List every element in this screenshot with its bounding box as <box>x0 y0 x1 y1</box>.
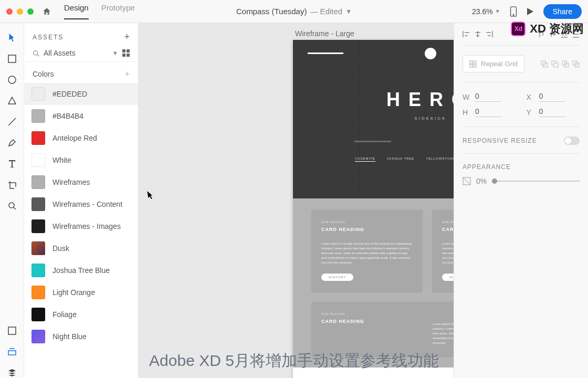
svg-rect-6 <box>8 351 16 355</box>
color-item[interactable]: Wireframes <box>24 171 138 193</box>
color-item[interactable]: Light Orange <box>24 281 138 303</box>
hero-line-left <box>308 52 343 54</box>
color-item[interactable]: Wireframes - Content <box>24 193 138 215</box>
card-button: HISTORY <box>321 274 353 281</box>
layers-panel-icon[interactable] <box>7 346 17 357</box>
exclude-icon[interactable] <box>572 60 580 68</box>
tab-prototype[interactable]: Prototype <box>101 3 135 19</box>
repeat-grid-button[interactable]: Repeat Grid <box>463 55 524 72</box>
chevron-down-icon: ▼ <box>495 8 500 14</box>
document-title[interactable]: Compass (Tuesday) — Edited ▼ <box>236 7 352 16</box>
hero-nav-item: JOSHUA TREE <box>387 157 415 162</box>
tab-design[interactable]: Design <box>64 3 89 19</box>
artboard-label[interactable]: Wireframe - Large <box>295 29 354 38</box>
hero-title: HERO <box>386 89 454 111</box>
assets-panel: ASSETS + All Assets ▼ Colors + #EDEDED#B… <box>24 23 139 378</box>
color-item[interactable]: Wireframes - Images <box>24 215 138 237</box>
color-item[interactable]: Night Blue <box>24 326 138 348</box>
colors-section-title: Colors <box>33 70 54 78</box>
intersect-icon[interactable] <box>562 60 569 68</box>
home-icon[interactable] <box>42 7 51 16</box>
color-swatch <box>32 153 45 167</box>
opacity-icon <box>463 177 471 185</box>
close-window-button[interactable] <box>6 8 13 15</box>
color-item[interactable]: Dusk <box>24 237 138 259</box>
polygon-tool-icon[interactable] <box>7 96 17 106</box>
zoom-value: 23.6% <box>472 7 493 16</box>
card: SUB-HEADING CARD HEADING Lorem ipsum is … <box>433 210 454 291</box>
union-icon[interactable] <box>541 60 548 68</box>
card-body: Lorem ipsum is simply dummy text of the … <box>321 242 413 265</box>
assets-title: ASSETS <box>33 34 64 41</box>
svg-point-3 <box>8 76 16 83</box>
subtract-icon[interactable] <box>551 60 559 68</box>
hero-logo-circle <box>425 48 436 59</box>
window-controls <box>6 8 34 15</box>
color-item[interactable]: White <box>24 149 138 171</box>
card-body: Lorem ipsum is simply dummy text of the … <box>433 322 454 345</box>
minimize-window-button[interactable] <box>17 8 23 15</box>
plugins-panel-icon[interactable] <box>7 368 17 378</box>
color-item[interactable]: #B4B4B4 <box>24 105 138 127</box>
svg-point-7 <box>34 50 38 55</box>
tool-rail <box>0 23 24 378</box>
ellipse-tool-icon[interactable] <box>7 75 17 85</box>
color-swatch <box>32 219 45 233</box>
line-tool-icon[interactable] <box>7 117 17 127</box>
card-tag: SUB-HEADING <box>442 220 454 224</box>
add-color-icon[interactable]: + <box>125 69 130 79</box>
assets-panel-icon[interactable] <box>7 326 17 336</box>
property-panel: Repeat Grid W0 X0 H0 Y0 RESPONSIVE RESIZ… <box>454 23 588 378</box>
color-item[interactable]: Joshua Tree Blue <box>24 259 138 281</box>
color-label: Joshua Tree Blue <box>52 266 110 275</box>
width-field[interactable]: W0 <box>463 92 516 102</box>
opacity-value: 0% <box>476 177 487 185</box>
zoom-tool-icon[interactable] <box>7 201 17 211</box>
hero-subtitle: SIDEKICK <box>414 116 446 121</box>
assets-search[interactable]: All Assets ▼ <box>25 49 137 62</box>
svg-rect-2 <box>8 55 16 62</box>
color-label: Wireframes <box>52 178 90 186</box>
opacity-slider[interactable] <box>492 181 580 182</box>
color-label: #B4B4B4 <box>52 112 83 120</box>
device-preview-icon[interactable] <box>510 6 517 17</box>
y-field[interactable]: Y0 <box>527 107 580 117</box>
color-item[interactable]: Foliage <box>24 303 138 326</box>
svg-rect-11 <box>127 54 130 57</box>
grid-view-icon[interactable] <box>122 49 130 57</box>
rectangle-tool-icon[interactable] <box>7 54 17 64</box>
select-tool-icon[interactable] <box>7 33 17 43</box>
repeat-grid-label: Repeat Grid <box>481 60 518 68</box>
titlebar: Design Prototype Compass (Tuesday) — Edi… <box>0 0 588 23</box>
align-center-h-icon[interactable] <box>474 30 481 38</box>
play-icon[interactable] <box>527 7 534 16</box>
height-field[interactable]: H0 <box>463 107 516 117</box>
svg-rect-15 <box>474 65 476 67</box>
card-wide: SUB-HEADING CARD HEADING Lorem ipsum is … <box>312 302 454 356</box>
share-button[interactable]: Share <box>543 4 582 19</box>
svg-point-1 <box>513 14 514 15</box>
x-field[interactable]: X0 <box>527 92 580 102</box>
svg-rect-10 <box>122 54 125 57</box>
text-tool-icon[interactable] <box>7 159 17 169</box>
pen-tool-icon[interactable] <box>7 138 17 148</box>
chevron-down-icon: ▼ <box>112 50 118 56</box>
color-swatch <box>32 131 45 145</box>
responsive-title: RESPONSIVE RESIZE <box>463 137 537 144</box>
align-left-icon[interactable] <box>463 30 470 38</box>
canvas[interactable]: Wireframe - Large HERO SIDEKICK YOSEMITE… <box>139 23 454 378</box>
artboard[interactable]: HERO SIDEKICK YOSEMITEJOSHUA TREEYELLOWS… <box>293 40 454 378</box>
artboard-tool-icon[interactable] <box>7 180 17 190</box>
color-label: Night Blue <box>52 332 87 341</box>
hero-nav-item: YOSEMITE <box>355 157 375 162</box>
align-right-icon[interactable] <box>486 30 493 38</box>
color-label: White <box>52 156 71 164</box>
responsive-toggle[interactable] <box>564 136 580 145</box>
add-asset-icon[interactable]: + <box>124 32 130 43</box>
maximize-window-button[interactable] <box>27 8 34 15</box>
color-item[interactable]: Antelope Red <box>24 127 138 149</box>
color-label: Foliage <box>52 310 77 319</box>
color-item[interactable]: #EDEDED <box>24 83 138 105</box>
doc-edited-state: — Edited <box>310 7 342 16</box>
zoom-level[interactable]: 23.6% ▼ <box>472 7 500 16</box>
